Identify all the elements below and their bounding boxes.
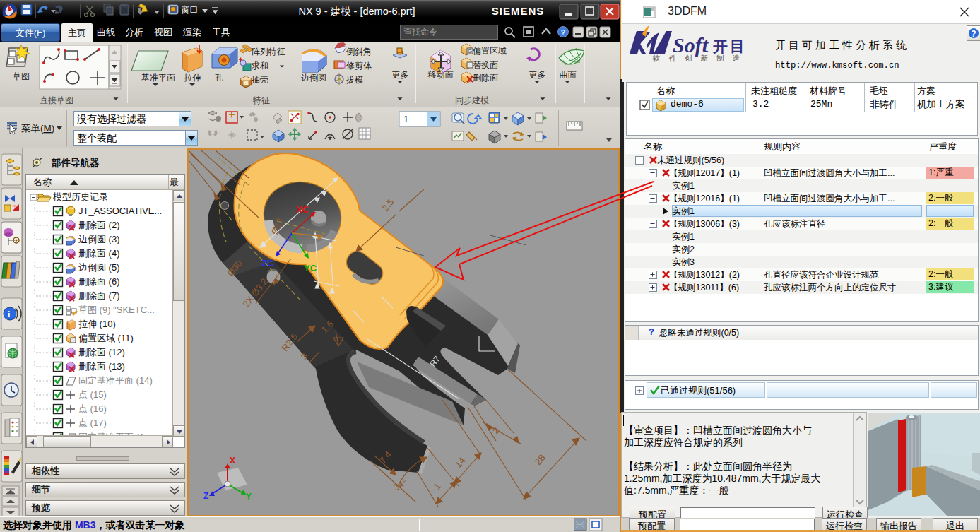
svg-text:软件创新制造: 软件创新制造 xyxy=(652,54,748,62)
svg-text:开目: 开目 xyxy=(712,38,747,54)
svg-text:NX 9 - 建模 - [demo-6.prt]: NX 9 - 建模 - [demo-6.prt] xyxy=(298,6,415,17)
svg-text:2.5: 2.5 xyxy=(380,196,396,213)
svg-text:?: ? xyxy=(971,29,976,39)
svg-text:YC: YC xyxy=(304,263,317,273)
svg-text:34°: 34° xyxy=(391,477,408,492)
svg-text:?: ? xyxy=(561,28,566,37)
svg-text:开目可加工性分析系统: 开目可加工性分析系统 xyxy=(775,39,909,51)
svg-text:1: 1 xyxy=(432,481,443,492)
svg-text:Y: Y xyxy=(246,492,252,502)
svg-text:Z: Z xyxy=(203,491,208,501)
svg-text:窗口: 窗口 xyxy=(181,5,199,15)
svg-text:X: X xyxy=(230,456,235,466)
svg-text:XC: XC xyxy=(296,204,309,215)
svg-text:http://www.kmsoft.com.cn: http://www.kmsoft.com.cn xyxy=(775,61,899,71)
svg-text:SIEMENS: SIEMENS xyxy=(492,5,545,17)
svg-text:14: 14 xyxy=(453,455,468,470)
svg-text:1: 1 xyxy=(403,114,408,124)
svg-text:菜单(M): 菜单(M) xyxy=(21,123,54,134)
svg-text:G: G xyxy=(468,48,472,54)
svg-text:ZC: ZC xyxy=(261,258,274,268)
svg-text:28: 28 xyxy=(533,452,548,467)
